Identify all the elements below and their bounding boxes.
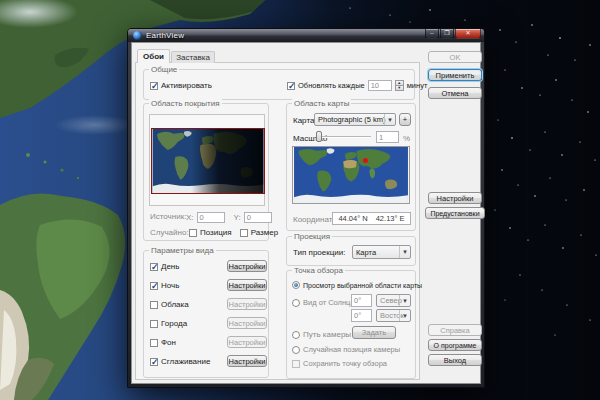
group-view-params-label: Параметры вида: [149, 246, 216, 255]
cancel-button[interactable]: Отмена: [428, 87, 482, 99]
antialias-checkbox[interactable]: [150, 358, 158, 366]
update-interval-stepper[interactable]: ▲ ▼: [395, 80, 404, 91]
cities-settings-button[interactable]: Настройки: [227, 317, 267, 329]
random-size-checkbox[interactable]: [240, 229, 248, 237]
source-y-input[interactable]: 0: [244, 212, 272, 223]
random-label: Случайно:: [150, 228, 189, 237]
spin-down-icon[interactable]: ▼: [395, 85, 404, 91]
close-button[interactable]: ✕: [455, 29, 481, 39]
ok-button[interactable]: OK: [428, 51, 482, 63]
close-icon: ✕: [465, 30, 470, 36]
coverage-map-preview: [151, 128, 265, 194]
random-position-checkbox[interactable]: [189, 229, 197, 237]
random-position-label: Позиция: [200, 228, 232, 237]
group-coverage: Область покрытия: [143, 103, 269, 241]
viewpoint-random-label: Случайная позиция камеры: [303, 345, 400, 354]
apply-button[interactable]: Применить: [428, 69, 482, 81]
sun-dir-lon-select[interactable]: Восток: [376, 309, 411, 322]
about-button[interactable]: О программе: [428, 339, 482, 351]
window-title: EarthView: [146, 31, 184, 40]
group-projection-label: Проекция: [292, 232, 332, 241]
group-viewpoint: Точка обзора Просмотр выбранной области …: [286, 270, 416, 379]
projection-type-select[interactable]: Карта: [352, 245, 411, 259]
sun-offset-lat-input[interactable]: 0°: [351, 294, 372, 307]
background-settings-button[interactable]: Настройки: [227, 336, 267, 348]
background-checkbox[interactable]: [150, 339, 158, 347]
group-coverage-label: Область покрытия: [149, 99, 222, 108]
source-x-label: X:: [186, 213, 194, 222]
save-viewpoint-label: Сохранить точку обзора: [303, 359, 387, 368]
map-type-select[interactable]: Photographic (5 km): [314, 113, 396, 126]
slider-thumb[interactable]: [316, 131, 322, 142]
day-checkbox[interactable]: [150, 263, 158, 271]
exit-button[interactable]: Выход: [428, 354, 482, 366]
chevron-down-icon: [384, 114, 395, 125]
slider-track: [316, 136, 371, 138]
minimize-icon: –: [430, 30, 433, 36]
map-marker-icon: [363, 158, 368, 163]
maximize-button[interactable]: ❐: [440, 29, 454, 39]
settings-button[interactable]: Настройки: [428, 192, 482, 204]
activate-label: Активировать: [161, 81, 212, 90]
group-view-params: Параметры вида День Настройки Ночь Настр…: [143, 250, 269, 378]
day-label: День: [161, 262, 179, 271]
coords-lon: 42.13° E: [376, 214, 405, 223]
world-map-preview[interactable]: [292, 146, 410, 204]
add-map-button[interactable]: +: [399, 113, 411, 126]
update-label: Обновлять каждые: [298, 81, 365, 90]
viewpoint-path-radio[interactable]: [292, 331, 300, 339]
night-label: Ночь: [161, 281, 179, 290]
map-type-value: Photographic (5 km): [318, 115, 386, 124]
viewpoint-path-label: Путь камеры: [303, 330, 351, 339]
tab-wallpaper[interactable]: Обои: [137, 49, 170, 63]
antialias-settings-button[interactable]: Настройки: [227, 355, 267, 367]
viewpoint-sun-radio[interactable]: [292, 299, 300, 307]
group-viewpoint-label: Точка обзора: [292, 266, 345, 275]
update-interval-input[interactable]: 10: [368, 80, 392, 91]
presets-button[interactable]: Предустановки: [425, 207, 485, 219]
coverage-preview-panel: [149, 114, 265, 206]
cities-label: Города: [161, 319, 187, 328]
projection-type-label: Тип проекции:: [293, 248, 345, 257]
tab-screensaver[interactable]: Заставка: [171, 51, 215, 63]
night-settings-button[interactable]: Настройки: [227, 279, 267, 291]
titlebar[interactable]: EarthView – ❐ ✕: [128, 29, 484, 42]
minimize-button[interactable]: –: [425, 29, 439, 39]
source-y-label: Y:: [234, 213, 241, 222]
group-general: Общие Активировать Обновлять каждые 10 ▲…: [143, 69, 415, 100]
sun-offset-lon-input[interactable]: 0°: [351, 309, 372, 322]
night-checkbox[interactable]: [150, 282, 158, 290]
chevron-down-icon: [399, 310, 410, 321]
scale-slider[interactable]: [316, 131, 371, 142]
viewpoint-map-radio[interactable]: [292, 281, 300, 289]
dialog-client-area: Обои Заставка Общие Активировать Обновля…: [131, 42, 481, 384]
help-button[interactable]: Справка: [428, 324, 482, 336]
tab-page-wallpaper: Общие Активировать Обновлять каждые 10 ▲…: [135, 62, 420, 380]
cities-checkbox[interactable]: [150, 320, 158, 328]
scale-input[interactable]: 1: [376, 131, 399, 143]
clouds-label: Облака: [161, 300, 189, 309]
update-checkbox[interactable]: [287, 82, 295, 90]
group-general-label: Общие: [149, 65, 179, 74]
source-x-input[interactable]: 0: [197, 212, 225, 223]
clouds-checkbox[interactable]: [150, 301, 158, 309]
chevron-down-icon: [399, 295, 410, 306]
coords-lat: 44.04° N: [338, 214, 367, 223]
maximize-icon: ❐: [444, 30, 449, 36]
earthview-window: EarthView – ❐ ✕ Обои Заставка Общие Акти…: [127, 28, 485, 388]
group-map-area-label: Область карты: [292, 99, 351, 108]
background-label: Фон: [161, 338, 176, 347]
sun-dir-lat-select[interactable]: Север: [376, 294, 411, 307]
clouds-settings-button[interactable]: Настройки: [227, 298, 267, 310]
path-set-button[interactable]: Задать: [352, 326, 396, 339]
update-suffix-label: минут: [407, 81, 428, 90]
activate-checkbox[interactable]: [150, 82, 158, 90]
save-viewpoint-checkbox[interactable]: [292, 360, 300, 368]
day-settings-button[interactable]: Настройки: [227, 260, 267, 272]
earth-icon: [133, 31, 142, 40]
chevron-down-icon: [399, 246, 410, 258]
projection-type-value: Карта: [356, 248, 376, 257]
random-size-label: Размер: [251, 228, 279, 237]
scale-unit-label: %: [403, 134, 410, 143]
viewpoint-random-radio[interactable]: [292, 346, 300, 354]
